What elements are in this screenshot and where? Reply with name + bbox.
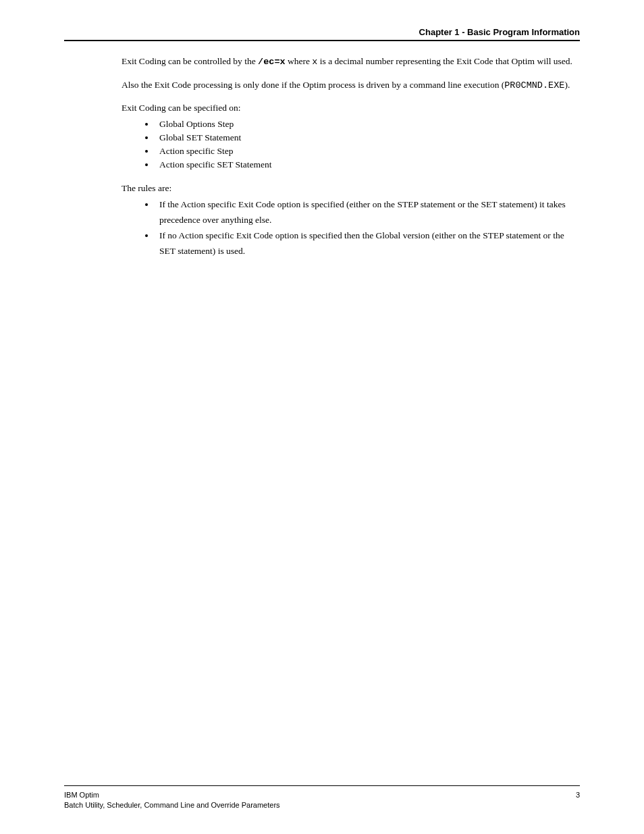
footer-page-number: 3 (576, 790, 580, 810)
footer-left: IBM Optim Batch Utility, Scheduler, Comm… (64, 790, 280, 810)
list-item: Global SET Statement (155, 131, 580, 145)
list-item: If the Action specific Exit Code option … (155, 197, 580, 228)
text: where (286, 56, 313, 66)
footer-rule (64, 785, 580, 786)
header-rule (64, 40, 580, 41)
header-chapter: Chapter 1 - Basic Program Information (64, 27, 580, 37)
text: Exit Coding can be controlled by the (122, 56, 258, 66)
paragraph-exit-code-cli: Also the Exit Code processing is only do… (122, 78, 580, 93)
list-item: Action specific SET Statement (155, 158, 580, 172)
paragraph-exit-coding-control: Exit Coding can be controlled by the /ec… (122, 55, 580, 69)
list-specified-on: Global Options Step Global SET Statement… (64, 118, 580, 172)
code-pr0cmnd: PR0CMND.EXE (504, 80, 564, 90)
list-rules: If the Action specific Exit Code option … (64, 197, 580, 259)
footer-product: IBM Optim (64, 790, 280, 800)
list-lead-specified-on: Exit Coding can be specified on: (122, 101, 580, 115)
list-lead-rules: The rules are: (122, 182, 580, 195)
footer-subtitle: Batch Utility, Scheduler, Command Line a… (64, 800, 280, 810)
code-ec-option: /ec=x (258, 57, 286, 67)
page-footer: IBM Optim Batch Utility, Scheduler, Comm… (64, 785, 580, 810)
text: Also the Exit Code processing is only do… (122, 80, 504, 90)
text: ). (564, 80, 570, 90)
list-item: If no Action specific Exit Code option i… (155, 228, 580, 259)
text: is a decimal number representing the Exi… (317, 56, 572, 66)
list-item: Global Options Step (155, 118, 580, 131)
list-item: Action specific Step (155, 145, 580, 158)
